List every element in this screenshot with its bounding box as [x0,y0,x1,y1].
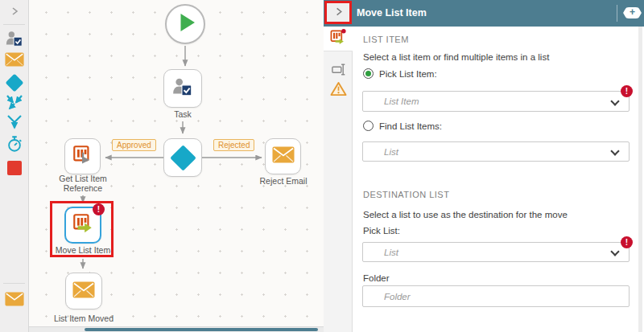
user-task-icon [5,29,24,51]
field-label-folder: Folder [363,273,390,283]
folder-input[interactable] [362,285,630,307]
workflow-designer: Task Approved Rejected Get List Item Ref… [0,0,644,332]
list-get-icon [71,143,95,170]
section-heading-list-item: LIST ITEM [363,35,409,44]
user-task-icon [171,76,194,101]
dropdown-placeholder: List [384,248,398,257]
panel-collapse-button[interactable] [324,1,352,24]
node-label-task: Task [151,110,215,120]
add-button[interactable]: + [623,7,642,18]
node-label-get-list-item-reference: Get List Item Reference [43,174,123,193]
email-icon [5,52,24,70]
chevron-down-icon [610,247,619,256]
edge-label-rejected[interactable]: Rejected [213,139,254,151]
tab-warnings[interactable] [324,82,353,98]
node-get-list-item-reference[interactable] [64,138,101,174]
radio-unselected-icon[interactable] [363,121,374,131]
node-reject-email[interactable] [265,138,301,174]
toolbox-item-timer[interactable] [0,136,29,155]
error-badge-icon: ! [93,203,105,215]
node-task[interactable] [163,69,202,108]
header-divider [617,5,617,22]
field-label-pick-list: Pick List: [363,226,400,236]
workflow-canvas[interactable]: Task Approved Rejected Get List Item Ref… [29,0,324,332]
converge-arrows-icon [5,114,24,135]
stop-square-icon [7,161,22,175]
node-label-move-list-item: Move List Item [43,246,123,256]
dropdown-list-item[interactable]: List Item ! [362,91,630,112]
dropdown-placeholder: List [384,147,398,157]
decision-diamond-icon [8,76,21,89]
merge-arrows-icon [5,93,24,114]
canvas-horizontal-scrollbar[interactable] [29,326,324,332]
node-decision[interactable] [163,138,202,177]
sidebar-divider [3,283,25,284]
dropdown-destination-list[interactable]: List ! [362,242,630,262]
toolbox-item-decision[interactable] [0,73,29,92]
list-move-icon [71,211,95,239]
panel-title: Move List Item [357,0,427,27]
toolbox-item-email[interactable] [0,51,29,71]
radio-selected-icon[interactable] [363,68,374,79]
chevron-right-icon [333,6,344,20]
chevron-right-icon [9,6,20,20]
sidebar-divider [3,24,25,25]
node-label-reject-email: Reject Email [243,177,324,186]
error-badge-icon: ! [621,85,633,97]
node-label-list-item-moved: List Item Moved [43,314,124,324]
panel-content: LIST ITEM Select a list item or find mul… [353,27,644,332]
config-panel: Move List Item + [324,0,644,332]
dropdown-placeholder: List Item [384,96,419,106]
toolbox-item-converge[interactable] [0,115,29,134]
canvas-horizontal-scrollbar-thumb[interactable] [85,328,318,331]
section-heading-destination: DESTINATION LIST [363,190,449,199]
radio-find-list-items[interactable]: Find List Items: [363,121,442,131]
email-icon [5,292,24,309]
chevron-down-icon [610,146,619,155]
radio-label-find-list-items: Find List Items: [379,121,442,131]
tab-rename[interactable] [324,63,353,79]
node-move-list-item[interactable]: ! [64,207,101,244]
sidebar-collapse-button[interactable] [0,3,29,23]
radio-label-pick-list-item: Pick List Item: [379,69,437,79]
toolbox-item-user-task[interactable] [0,31,29,50]
error-badge-icon: ! [621,236,633,248]
timer-icon [6,135,23,156]
move-list-item-icon [328,27,348,50]
toolbox-item-email-bottom[interactable] [0,291,29,310]
config-panel-header: Move List Item + [324,0,644,27]
panel-tab-strip [324,27,353,332]
radio-pick-list-item[interactable]: Pick List Item: [363,68,437,79]
node-start[interactable] [165,4,205,44]
chevron-down-icon [610,96,619,105]
email-icon [72,281,95,301]
warning-icon [330,81,347,100]
section-description-list-item: Select a list item or find multiple item… [363,52,549,62]
section-description-destination: Select a list to use as the destination … [363,210,568,219]
node-list-item-moved[interactable] [65,273,102,309]
play-icon [167,4,204,44]
toolbox-sidebar [0,0,29,332]
tab-move-list-item[interactable] [324,27,353,51]
toolbox-item-merge[interactable] [0,94,29,113]
toolbox-item-stop[interactable] [0,158,29,178]
panel-vertical-scrollbar[interactable] [638,27,642,332]
email-icon [272,146,295,166]
edge-label-approved[interactable]: Approved [112,139,156,151]
decision-diamond-icon [174,149,192,167]
rename-icon [331,62,346,80]
dropdown-find-list[interactable]: List [362,141,630,162]
